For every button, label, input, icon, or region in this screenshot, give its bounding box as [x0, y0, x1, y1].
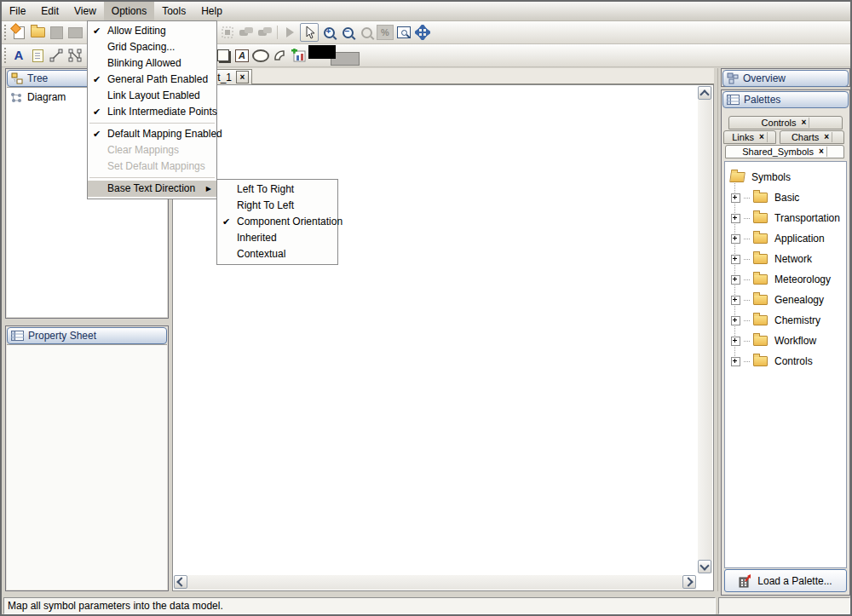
- tab-close-button[interactable]: ×: [236, 71, 249, 83]
- menu-item-right-to-left[interactable]: Right To Left: [217, 198, 337, 214]
- expand-plus-icon[interactable]: [731, 296, 740, 305]
- menu-tools[interactable]: Tools: [154, 2, 193, 20]
- chart-tool-icon: [291, 49, 306, 62]
- line-tool-button[interactable]: [48, 47, 65, 64]
- property-sheet-header[interactable]: Property Sheet: [7, 327, 167, 344]
- polyline-tool-button[interactable]: [66, 47, 83, 64]
- menu-item-grid-spacing[interactable]: Grid Spacing...: [88, 39, 216, 55]
- menu-item-default-mapping-enabled[interactable]: ✔Default Mapping Enabled: [88, 126, 216, 142]
- tree-node-network[interactable]: Network: [725, 249, 846, 269]
- pan-button[interactable]: [414, 24, 431, 41]
- zoom-percent-button[interactable]: %: [377, 24, 394, 41]
- menu-item-component-orientation[interactable]: ✔Component Orientation: [217, 214, 337, 230]
- expand-plus-icon[interactable]: [731, 234, 740, 244]
- scroll-down-button[interactable]: [698, 560, 711, 573]
- diagram-canvas[interactable]: [172, 84, 714, 591]
- expand-plus-icon[interactable]: [731, 214, 740, 223]
- menu-item-inherited[interactable]: Inherited: [217, 230, 337, 246]
- scroll-left-button[interactable]: [174, 575, 187, 589]
- menu-view[interactable]: View: [66, 2, 104, 20]
- menu-item-base-text-direction[interactable]: Base Text Direction▶: [88, 181, 216, 197]
- tree-node-chemistry[interactable]: Chemistry: [725, 310, 846, 331]
- menu-options[interactable]: Options: [104, 2, 154, 20]
- layout-nodes-button[interactable]: [238, 24, 255, 41]
- print-button[interactable]: [66, 24, 83, 41]
- expand-plus-icon[interactable]: [731, 337, 740, 346]
- tree-node-workflow[interactable]: Workflow: [725, 331, 846, 351]
- tab-close-icon[interactable]: ×: [759, 132, 768, 142]
- scroll-up-button[interactable]: [698, 86, 711, 100]
- menu-item-left-to-right[interactable]: Left To Right: [217, 181, 337, 198]
- layout-links-button[interactable]: [256, 24, 273, 41]
- tree-node-symbols[interactable]: Symbols: [725, 167, 846, 187]
- chevron-left-icon: [176, 577, 186, 586]
- fit-to-window-button[interactable]: [395, 24, 412, 41]
- tab-close-icon[interactable]: ×: [824, 132, 832, 142]
- palettes-header[interactable]: Palettes: [722, 91, 849, 108]
- menu-item-link-layout-enabled[interactable]: Link Layout Enabled: [88, 88, 216, 104]
- palette-tab-shared-symbols[interactable]: Shared_Symbols ×: [725, 145, 844, 158]
- tree-node-genealogy[interactable]: Genealogy: [725, 290, 846, 310]
- tree-node-transportation[interactable]: Transportation: [725, 208, 846, 228]
- ellipse-tool-button[interactable]: [252, 47, 269, 64]
- folder-icon: [753, 274, 768, 285]
- arc-tool-button[interactable]: [271, 47, 288, 64]
- layout-all-button[interactable]: [219, 24, 236, 41]
- run-button[interactable]: [281, 24, 298, 41]
- palette-tab-links[interactable]: Links ×: [723, 130, 776, 144]
- label-icon: [32, 49, 43, 62]
- tab-close-icon[interactable]: ×: [819, 147, 827, 157]
- tree-node-basic[interactable]: Basic: [725, 187, 846, 208]
- chart-tool-button[interactable]: [290, 47, 307, 64]
- expand-plus-icon[interactable]: [731, 316, 740, 325]
- overview-dock: Overview: [721, 68, 850, 87]
- diagram-icon: [10, 91, 22, 103]
- expand-plus-icon[interactable]: [731, 193, 740, 203]
- expand-plus-icon[interactable]: [731, 275, 740, 285]
- tab-close-icon[interactable]: ×: [802, 118, 810, 128]
- zoom-area-button[interactable]: [358, 24, 375, 41]
- select-tool-button[interactable]: [300, 23, 319, 42]
- color-swatches[interactable]: [308, 45, 361, 66]
- rectangle-tool-button[interactable]: [215, 47, 232, 64]
- expand-plus-icon[interactable]: [731, 255, 740, 264]
- palette-tab-controls[interactable]: Controls ×: [728, 116, 843, 130]
- textbox-tool-button[interactable]: A: [233, 47, 250, 64]
- zoom-out-button[interactable]: −: [339, 24, 356, 41]
- text-tool-button[interactable]: A: [10, 47, 27, 64]
- open-button[interactable]: [29, 24, 46, 41]
- text-tool-icon: A: [14, 48, 24, 63]
- print-icon: [68, 27, 83, 38]
- load-palette-button[interactable]: Load a Palette...: [724, 569, 847, 592]
- scroll-right-button[interactable]: [682, 575, 696, 589]
- menu-help[interactable]: Help: [193, 2, 230, 20]
- menu-item-allow-editing[interactable]: ✔Allow Editing: [88, 23, 216, 39]
- overview-header[interactable]: Overview: [722, 70, 849, 87]
- menu-item-set-default-mappings[interactable]: Set Default Mappings: [88, 158, 216, 175]
- menu-item-link-intermediate-points[interactable]: ✔Link Intermediate Points: [88, 104, 216, 120]
- panel-splitter[interactable]: [717, 68, 718, 591]
- new-document-button[interactable]: [10, 24, 27, 41]
- expand-plus-icon[interactable]: [731, 357, 740, 366]
- toolbar-grip[interactable]: [4, 48, 6, 63]
- menu-file[interactable]: File: [2, 2, 33, 20]
- status-bar-right: [718, 597, 850, 614]
- vertical-scrollbar[interactable]: [698, 86, 712, 573]
- fill-color-swatch[interactable]: [308, 45, 336, 59]
- line-tool-icon: [49, 49, 63, 62]
- tree-dock-title: Tree: [27, 72, 48, 84]
- save-button[interactable]: [48, 24, 65, 41]
- menu-edit[interactable]: Edit: [33, 2, 66, 20]
- menu-item-contextual[interactable]: Contextual: [217, 246, 337, 262]
- tree-node-controls[interactable]: Controls: [725, 351, 846, 371]
- menu-item-blinking-allowed[interactable]: Blinking Allowed: [88, 55, 216, 72]
- zoom-in-button[interactable]: +: [320, 24, 337, 41]
- label-tool-button[interactable]: [29, 47, 46, 64]
- menu-item-clear-mappings[interactable]: Clear Mappings: [88, 142, 216, 158]
- horizontal-scrollbar[interactable]: [174, 575, 696, 590]
- tree-node-meteorology[interactable]: Meteorology: [725, 269, 846, 290]
- toolbar-grip[interactable]: [4, 25, 6, 40]
- menu-item-general-path-enabled[interactable]: ✔General Path Enabled: [88, 72, 216, 88]
- tree-node-application[interactable]: Application: [725, 228, 846, 249]
- palette-tab-charts[interactable]: Charts ×: [780, 130, 844, 144]
